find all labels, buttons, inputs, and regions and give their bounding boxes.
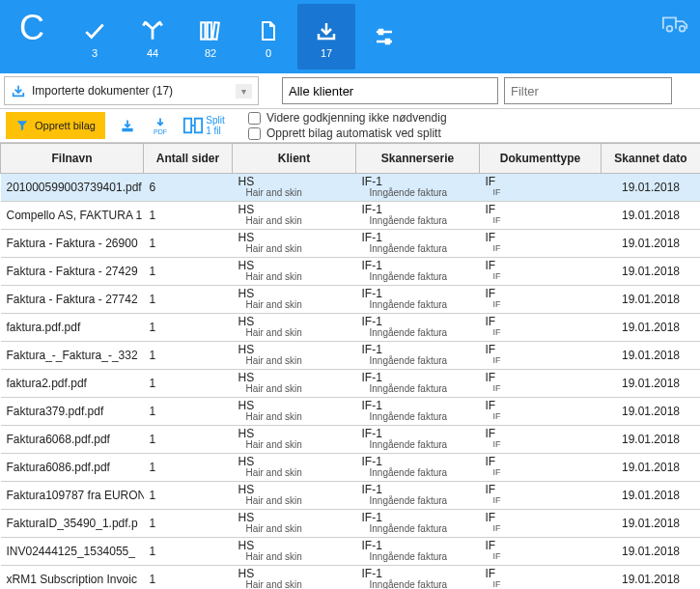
cell-client: HSHair and skin	[233, 398, 356, 426]
cell-pages: 1	[144, 202, 233, 230]
cell-serie: IF-1Inngående faktura	[356, 286, 480, 314]
ribbon-archive[interactable]: 82	[182, 4, 239, 70]
cell-filename: faktura.pdf.pdf	[1, 314, 144, 342]
cell-type: IFIF	[480, 174, 602, 202]
cell-pages: 1	[144, 510, 233, 538]
cell-client: HSHair and skin	[233, 230, 356, 258]
col-serie[interactable]: Skannerserie	[356, 144, 480, 174]
page-icon	[257, 14, 280, 47]
svg-rect-11	[195, 119, 202, 133]
cell-serie: IF-1Inngående faktura	[356, 454, 480, 482]
col-type[interactable]: Dokumenttype	[480, 144, 602, 174]
cell-serie: IF-1Inngående faktura	[356, 538, 480, 566]
split-label-1: Split	[206, 115, 224, 126]
cell-serie: IF-1Inngående faktura	[356, 202, 480, 230]
cell-filename: xRM1 Subscription Invoic	[1, 566, 144, 590]
download-file-button[interactable]	[111, 110, 144, 141]
table-row[interactable]: xRM1 Subscription Invoic1HSHair and skin…	[1, 566, 701, 590]
cell-date: 19.01.2018	[602, 230, 701, 258]
cell-client: HSHair and skin	[233, 454, 356, 482]
cell-date: 19.01.2018	[602, 482, 701, 510]
ribbon-documents[interactable]: 0	[239, 4, 297, 70]
cell-filename: 201000599003739401.pdf	[1, 174, 144, 202]
col-pages[interactable]: Antall sider	[144, 144, 233, 174]
truck-icon[interactable]	[661, 12, 690, 35]
cell-type: IFIF	[480, 230, 602, 258]
table-row[interactable]: Faktura109787 fra EURON1HSHair and skinI…	[1, 482, 701, 510]
svg-rect-2	[212, 22, 219, 40]
create-voucher-button[interactable]: Opprett bilag	[6, 112, 105, 139]
sliders-icon	[373, 20, 396, 53]
cell-filename: INV02444125_1534055_	[1, 538, 144, 566]
cell-client: HSHair and skin	[233, 342, 356, 370]
filter-bar: Importerte dokumenter (17) ▾	[0, 73, 700, 109]
table-row[interactable]: faktura.pdf.pdf1HSHair and skinIF-1Inngå…	[1, 314, 701, 342]
cell-client: HSHair and skin	[233, 566, 356, 590]
cell-serie: IF-1Inngående faktura	[356, 510, 480, 538]
document-list-dropdown[interactable]: Importerte dokumenter (17) ▾	[4, 76, 259, 105]
auto-create-on-split-checkbox[interactable]: Opprett bilag automatisk ved splitt	[248, 126, 447, 140]
app-ribbon: C 3 44 82 0 17	[0, 0, 700, 73]
ribbon-import-count: 17	[321, 47, 332, 59]
cell-serie: IF-1Inngående faktura	[356, 426, 480, 454]
ribbon-documents-count: 0	[266, 47, 271, 59]
clients-input[interactable]	[282, 77, 498, 104]
ribbon-import[interactable]: 17	[297, 4, 355, 70]
table-row[interactable]: FakturaID_35490_1.pdf.p1HSHair and skinI…	[1, 510, 701, 538]
table-row[interactable]: INV02444125_1534055_1HSHair and skinIF-1…	[1, 538, 701, 566]
cell-client: HSHair and skin	[233, 286, 356, 314]
cell-pages: 1	[144, 454, 233, 482]
cell-serie: IF-1Inngående faktura	[356, 482, 480, 510]
download-icon	[315, 14, 338, 47]
cell-pages: 1	[144, 426, 233, 454]
funnel-icon	[15, 119, 29, 132]
svg-rect-10	[184, 119, 191, 133]
filter-input[interactable]	[504, 77, 672, 104]
table-row[interactable]: faktura2.pdf.pdf1HSHair and skinIF-1Inng…	[1, 370, 701, 398]
ribbon-approve[interactable]: 3	[66, 4, 124, 70]
cell-type: IFIF	[480, 398, 602, 426]
table-row[interactable]: 201000599003739401.pdf6HSHair and skinIF…	[1, 174, 701, 202]
cell-serie: IF-1Inngående faktura	[356, 174, 480, 202]
table-row[interactable]: Faktura - Faktura - 274291HSHair and ski…	[1, 258, 701, 286]
cell-filename: Faktura109787 fra EURON	[1, 482, 144, 510]
ribbon-distribute[interactable]: 44	[124, 4, 182, 70]
cell-serie: IF-1Inngående faktura	[356, 314, 480, 342]
cell-pages: 1	[144, 314, 233, 342]
table-row[interactable]: Faktura6068.pdf.pdf1HSHair and skinIF-1I…	[1, 426, 701, 454]
cell-pages: 1	[144, 482, 233, 510]
ribbon-distribute-count: 44	[147, 47, 158, 59]
table-row[interactable]: Faktura - Faktura - 277421HSHair and ski…	[1, 286, 701, 314]
col-date[interactable]: Skannet dato	[602, 144, 701, 174]
download-pdf-button[interactable]: PDF	[144, 110, 177, 141]
cell-pages: 1	[144, 230, 233, 258]
checkbox-input[interactable]	[248, 112, 261, 125]
cell-filename: faktura2.pdf.pdf	[1, 370, 144, 398]
cell-pages: 1	[144, 342, 233, 370]
cell-serie: IF-1Inngående faktura	[356, 398, 480, 426]
col-filename[interactable]: Filnavn	[1, 144, 144, 174]
table-row[interactable]: Compello AS, FAKTURA 11HSHair and skinIF…	[1, 202, 701, 230]
branch-icon	[140, 14, 165, 47]
tool-row: Opprett bilag PDF Split 1 fil Videre god…	[0, 109, 700, 143]
split-file-button[interactable]: Split 1 fil	[177, 110, 231, 141]
table-row[interactable]: Faktura379.pdf.pdf1HSHair and skinIF-1In…	[1, 398, 701, 426]
cell-client: HSHair and skin	[233, 482, 356, 510]
cell-date: 19.01.2018	[602, 258, 701, 286]
cell-filename: Faktura379.pdf.pdf	[1, 398, 144, 426]
col-client[interactable]: Klient	[233, 144, 356, 174]
cell-pages: 1	[144, 286, 233, 314]
documents-table: Filnavn Antall sider Klient Skannerserie…	[0, 143, 700, 589]
no-further-approval-checkbox[interactable]: Videre godkjenning ikke nødvendig	[248, 111, 447, 125]
table-row[interactable]: Faktura - Faktura - 269001HSHair and ski…	[1, 230, 701, 258]
cell-client: HSHair and skin	[233, 174, 356, 202]
ribbon-settings[interactable]	[355, 4, 413, 70]
cell-date: 19.01.2018	[602, 202, 701, 230]
cell-serie: IF-1Inngående faktura	[356, 258, 480, 286]
cell-date: 19.01.2018	[602, 510, 701, 538]
cell-client: HSHair and skin	[233, 510, 356, 538]
checkbox-input[interactable]	[248, 127, 261, 140]
table-row[interactable]: Faktura6086.pdf.pdf1HSHair and skinIF-1I…	[1, 454, 701, 482]
cell-date: 19.01.2018	[602, 538, 701, 566]
table-row[interactable]: Faktura_-_Faktura_-_3321HSHair and skinI…	[1, 342, 701, 370]
